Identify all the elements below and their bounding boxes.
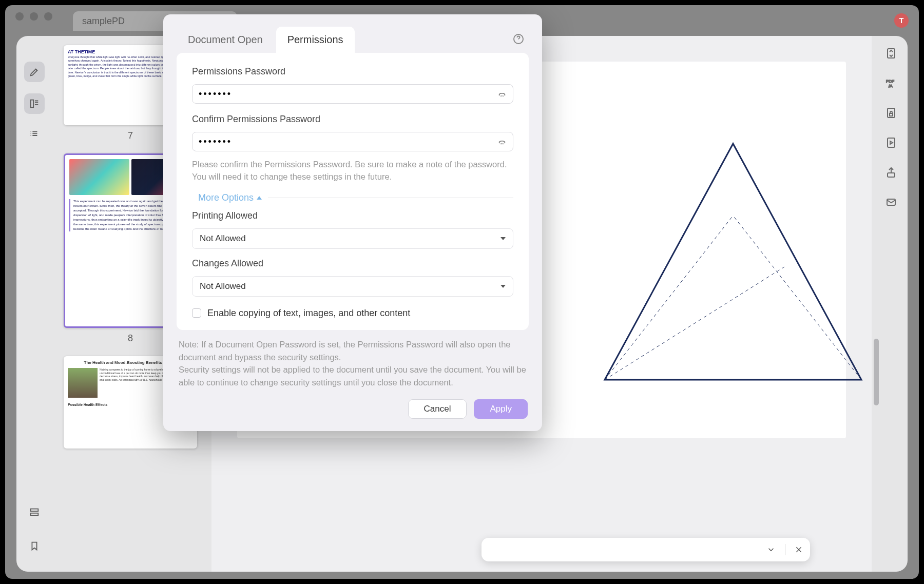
outline-tool[interactable]	[24, 125, 45, 146]
triangle-up-icon	[257, 196, 262, 200]
thumb8-image-1	[69, 159, 129, 195]
apply-button[interactable]: Apply	[474, 399, 528, 419]
permissions-password-input[interactable]	[199, 89, 490, 100]
permissions-password-input-wrap	[192, 84, 513, 104]
help-icon[interactable]	[512, 33, 525, 45]
convert-icon[interactable]	[885, 47, 897, 62]
confirm-helper-text: Please confirm the Permissions Password.…	[192, 159, 513, 183]
user-avatar[interactable]: T	[894, 13, 909, 28]
toolbar-divider	[785, 544, 785, 555]
document-tab-title: samplePD	[82, 16, 125, 27]
confirm-password-label: Confirm Permissions Password	[192, 114, 513, 125]
right-toolbar-bottom	[881, 499, 901, 557]
close-toolbar-icon[interactable]	[795, 546, 803, 554]
svg-rect-0	[31, 100, 33, 108]
tab-permissions[interactable]: Permissions	[276, 27, 355, 53]
enable-copy-checkbox[interactable]	[192, 308, 201, 318]
permissions-password-label: Permissions Password	[192, 66, 513, 77]
toggle-visibility-icon[interactable]	[497, 89, 507, 99]
highlighter-tool[interactable]	[24, 62, 45, 82]
form-fields-icon[interactable]	[24, 502, 45, 522]
dialog-tabs: Document Open Permissions	[163, 14, 542, 53]
maximize-window-button[interactable]	[44, 12, 52, 21]
minimize-window-button[interactable]	[30, 12, 38, 21]
bookmark-icon[interactable]	[24, 536, 45, 556]
svg-text:/A: /A	[889, 84, 893, 88]
prism-figure	[553, 113, 872, 400]
caret-down-icon	[500, 237, 506, 240]
enable-copy-row: Enable copying of text, images, and othe…	[192, 308, 513, 319]
divider-line	[268, 198, 513, 198]
tab-document-open[interactable]: Document Open	[177, 27, 274, 53]
caret-down-icon-2	[500, 285, 506, 288]
dialog-buttons: Cancel Apply	[163, 389, 542, 431]
changes-allowed-value: Not Allowed	[200, 281, 246, 291]
cancel-button[interactable]: Cancel	[408, 399, 467, 419]
lock-document-icon[interactable]	[885, 107, 897, 121]
svg-text:PDF: PDF	[886, 79, 894, 84]
svg-rect-7	[890, 113, 893, 116]
avatar-initial: T	[899, 16, 904, 25]
note-line-1: Note: If a Document Open Password is set…	[179, 338, 527, 364]
dropdown-chevron-icon[interactable]	[766, 545, 776, 554]
changes-allowed-select[interactable]: Not Allowed	[192, 276, 513, 297]
vertical-scrollbar[interactable]	[874, 339, 879, 405]
permissions-panel: Permissions Password Confirm Permissions…	[177, 53, 529, 330]
window-controls	[15, 12, 52, 21]
more-options-toggle[interactable]: More Options	[192, 192, 262, 203]
play-document-icon[interactable]	[885, 137, 897, 151]
pdfa-icon[interactable]: PDF/A	[885, 77, 897, 91]
close-window-button[interactable]	[15, 12, 24, 21]
note-line-2: Security settings will not be applied to…	[179, 363, 527, 389]
floating-toolbar	[482, 538, 810, 561]
enable-copy-label: Enable copying of text, images, and othe…	[207, 308, 410, 319]
right-toolbar: PDF/A	[881, 47, 901, 210]
left-toolbar	[22, 62, 47, 157]
svg-rect-2	[31, 513, 38, 516]
mail-icon[interactable]	[885, 196, 897, 210]
share-icon[interactable]	[885, 166, 897, 181]
security-settings-dialog: Document Open Permissions Permissions Pa…	[163, 14, 542, 431]
printing-allowed-value: Not Allowed	[200, 233, 246, 244]
confirm-password-input-wrap	[192, 132, 513, 151]
toggle-visibility-icon-2[interactable]	[497, 137, 507, 146]
svg-rect-9	[888, 173, 895, 177]
security-note: Note: If a Document Open Password is set…	[163, 330, 542, 389]
more-options-label: More Options	[198, 192, 254, 203]
printing-allowed-select[interactable]: Not Allowed	[192, 228, 513, 249]
thumbnail-panel-toggle[interactable]	[24, 93, 45, 114]
thumb9-image	[68, 368, 98, 398]
svg-rect-1	[31, 509, 38, 512]
changes-allowed-label: Changes Allowed	[192, 258, 513, 269]
printing-allowed-label: Printing Allowed	[192, 210, 513, 221]
confirm-password-input[interactable]	[199, 137, 490, 147]
